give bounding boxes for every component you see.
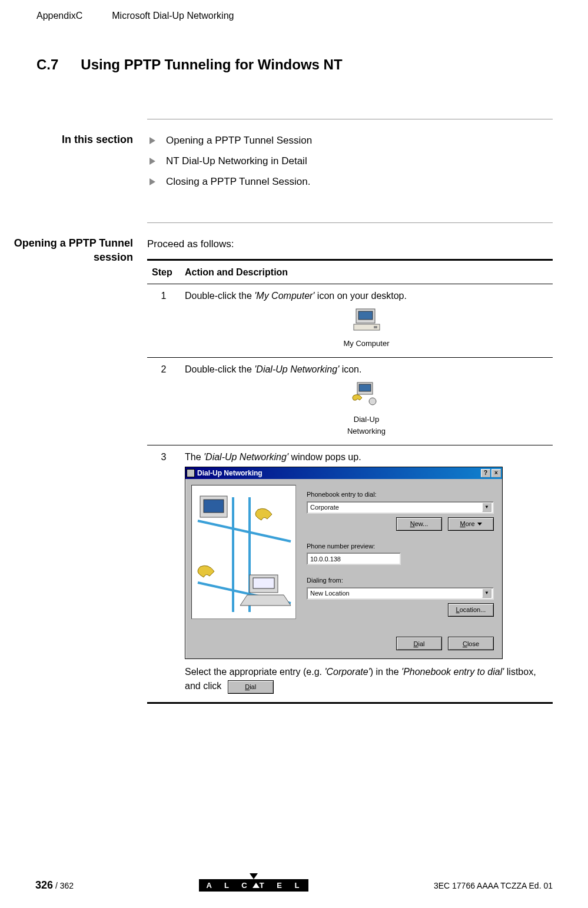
step-action: Double-click the 'Dial-Up Networking' ic… bbox=[180, 358, 553, 445]
step-action: Double-click the 'My Computer' icon on y… bbox=[180, 284, 553, 358]
step-text-italic: 'Phonebook entry to dial' bbox=[401, 667, 504, 677]
step-text: The bbox=[185, 452, 204, 462]
close-button[interactable]: × bbox=[491, 469, 501, 477]
window-title: Dial-Up Networking bbox=[197, 468, 480, 478]
step-text-italic: 'Dial-Up Networking' bbox=[254, 364, 339, 374]
in-this-section-label: In this section bbox=[0, 132, 147, 147]
step-number: 2 bbox=[147, 358, 180, 445]
triangle-bullet-icon bbox=[150, 158, 155, 165]
new-button[interactable]: New... bbox=[396, 517, 442, 531]
phone-number-field[interactable]: 10.0.0.138 bbox=[307, 553, 401, 565]
triangle-bullet-icon bbox=[150, 178, 155, 185]
icon-caption: Dial-Up Networking bbox=[185, 414, 548, 437]
svg-rect-3 bbox=[374, 326, 377, 328]
network-illustration bbox=[191, 485, 296, 619]
triangle-down-icon bbox=[250, 873, 258, 879]
procedure-label-line: Opening a PPTP Tunnel bbox=[14, 237, 133, 249]
svg-rect-5 bbox=[359, 384, 371, 391]
svg-rect-13 bbox=[204, 500, 224, 513]
in-this-section-list: Opening a PPTP Tunnel Session NT Dial-Up… bbox=[147, 132, 553, 191]
location-button[interactable]: Location... bbox=[448, 603, 494, 617]
step-text-italic: 'Dial-Up Networking' bbox=[204, 452, 288, 462]
help-button[interactable]: ? bbox=[481, 469, 490, 477]
divider bbox=[147, 222, 553, 223]
step-text-italic: 'My Computer' bbox=[254, 291, 314, 301]
list-item-text: Closing a PPTP Tunnel Session. bbox=[166, 174, 310, 191]
dial-button[interactable]: Dial bbox=[396, 637, 442, 650]
table-row: 3 The 'Dial-Up Networking' window pops u… bbox=[147, 445, 553, 703]
triangle-bullet-icon bbox=[150, 137, 155, 144]
step-text: ) in the bbox=[370, 667, 401, 677]
procedure-label-line: session bbox=[94, 251, 133, 263]
phonebook-label: Phonebook entry to dial: bbox=[307, 490, 494, 500]
brand-badge: A L C T E L bbox=[199, 879, 308, 892]
phone-preview-label: Phone number preview: bbox=[307, 541, 494, 551]
combo-value: Corporate bbox=[310, 503, 339, 513]
list-item-text: Opening a PPTP Tunnel Session bbox=[166, 132, 312, 149]
btn-text: ew... bbox=[415, 520, 428, 527]
chevron-down-icon: ▼ bbox=[482, 503, 491, 512]
procedure-label: Opening a PPTP Tunnel session bbox=[0, 236, 147, 265]
page-number: 326 / 362 bbox=[35, 879, 74, 892]
phonebook-entry-combo[interactable]: Corporate ▼ bbox=[307, 501, 494, 514]
combo-value: New Location bbox=[310, 588, 350, 598]
section-title: Using PPTP Tunneling for Windows NT bbox=[81, 56, 342, 73]
my-computer-icon bbox=[350, 307, 383, 332]
list-item: NT Dial-Up Networking in Detail bbox=[147, 153, 553, 170]
step-text: Double-click the bbox=[185, 364, 254, 374]
section-heading: C.7 Using PPTP Tunneling for Windows NT bbox=[0, 21, 588, 73]
doc-id: 3EC 17766 AAAA TCZZA Ed. 01 bbox=[434, 881, 553, 890]
list-item: Closing a PPTP Tunnel Session. bbox=[147, 174, 553, 191]
step-number: 1 bbox=[147, 284, 180, 358]
field-value: 10.0.0.138 bbox=[310, 554, 341, 564]
step-text: Double-click the bbox=[185, 291, 254, 301]
appendix-title: Microsoft Dial-Up Networking bbox=[112, 11, 234, 21]
step-number: 3 bbox=[147, 445, 180, 703]
dial-up-networking-window: Dial-Up Networking ? × bbox=[185, 467, 503, 659]
page-header: AppendixC Microsoft Dial-Up Networking bbox=[0, 0, 588, 21]
dial-button-inline[interactable]: Dial bbox=[228, 680, 274, 694]
dialing-from-label: Dialing from: bbox=[307, 576, 494, 586]
col-header-action: Action and Description bbox=[180, 260, 553, 284]
step-text: icon. bbox=[339, 364, 361, 374]
col-header-step: Step bbox=[147, 260, 180, 284]
step-text: window pops up. bbox=[288, 452, 361, 462]
more-button[interactable]: More bbox=[448, 517, 494, 531]
svg-rect-15 bbox=[253, 578, 274, 588]
step-post-text: Select the appropriate entry (e.g. 'Corp… bbox=[185, 665, 548, 693]
list-item-text: NT Dial-Up Networking in Detail bbox=[166, 153, 307, 170]
triangle-up-icon bbox=[253, 883, 260, 888]
appendix-label: AppendixC bbox=[36, 11, 82, 21]
page-footer: 326 / 362 A L C T E L 3EC 17766 AAAA TCZ… bbox=[0, 879, 588, 892]
icon-caption: My Computer bbox=[185, 338, 548, 350]
icon-caption-line: Networking bbox=[347, 427, 386, 435]
icon-caption-line: Dial-Up bbox=[354, 415, 379, 424]
svg-point-6 bbox=[369, 398, 376, 405]
chevron-down-icon bbox=[477, 523, 482, 525]
procedure-intro: Proceed as follows: bbox=[147, 236, 553, 253]
svg-rect-1 bbox=[358, 311, 373, 320]
dial-up-networking-icon bbox=[349, 380, 384, 408]
dialing-from-combo[interactable]: New Location ▼ bbox=[307, 587, 494, 600]
window-titlebar: Dial-Up Networking ? × bbox=[185, 467, 502, 479]
list-item: Opening a PPTP Tunnel Session bbox=[147, 132, 553, 149]
table-row: 2 Double-click the 'Dial-Up Networking' … bbox=[147, 358, 553, 445]
svg-marker-16 bbox=[240, 595, 291, 606]
page-total: / 362 bbox=[53, 881, 74, 890]
step-text: icon on your desktop. bbox=[314, 291, 407, 301]
step-action: The 'Dial-Up Networking' window pops up.… bbox=[180, 445, 553, 703]
window-title-icon bbox=[187, 469, 195, 477]
table-row: 1 Double-click the 'My Computer' icon on… bbox=[147, 284, 553, 358]
step-text: Select the appropriate entry (e.g. bbox=[185, 667, 324, 677]
chevron-down-icon: ▼ bbox=[482, 588, 491, 598]
section-number: C.7 bbox=[36, 56, 58, 73]
page-current: 326 bbox=[35, 879, 53, 891]
step-text-italic: 'Corporate' bbox=[324, 667, 370, 677]
close-window-button[interactable]: Close bbox=[448, 637, 494, 650]
divider bbox=[147, 119, 553, 119]
steps-table: Step Action and Description 1 Double-cli… bbox=[147, 259, 553, 704]
